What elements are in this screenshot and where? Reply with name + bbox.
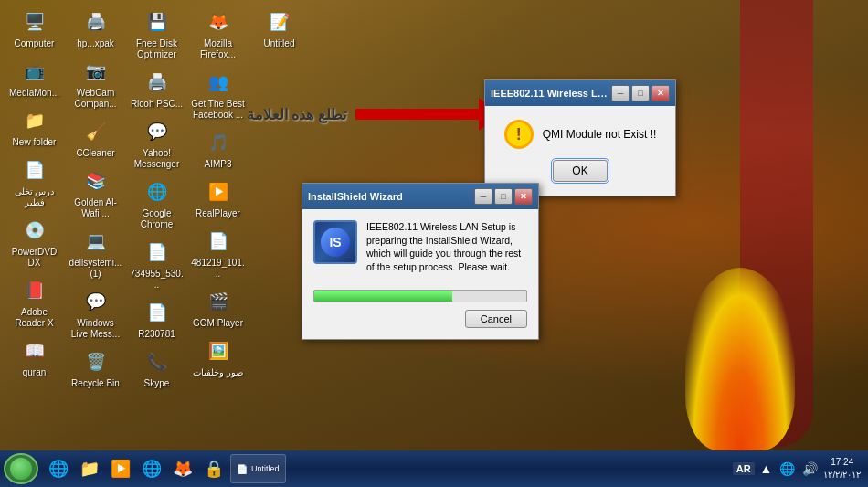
annotation-arrow: تطلع هذه العلامة bbox=[247, 101, 502, 128]
desktop-icon-new-folder[interactable]: 📁 New folder bbox=[5, 103, 64, 151]
arrow-right-icon bbox=[355, 101, 502, 128]
installshield-dialog[interactable]: InstallShield Wizard ─ □ ✕ IS IEEE802.11… bbox=[302, 183, 539, 340]
desktop-icon-webcam[interactable]: 📷 WebCam Compan... bbox=[66, 54, 125, 112]
warning-maximize-button[interactable]: □ bbox=[631, 85, 650, 101]
installshield-cancel-button[interactable]: Cancel bbox=[465, 310, 527, 328]
desktop-icon-mozilla[interactable]: 🦊 Mozilla Firefox... bbox=[188, 5, 248, 63]
desktop-icon-dellsystem[interactable]: 💻 dellsystemi... (1) bbox=[66, 224, 125, 282]
desktop-icon-ccleaner[interactable]: 🧹 CCleaner bbox=[66, 114, 125, 162]
warning-title-bar: IEEE802.11 Wireless LAN - InstallShield … bbox=[485, 80, 675, 106]
taskbar-wmp-icon[interactable]: ▶️ bbox=[106, 454, 135, 483]
installshield-progress-area: Cancel bbox=[302, 285, 538, 339]
installshield-content: IS IEEE802.11 Wireless LAN Setup is prep… bbox=[302, 209, 538, 285]
warning-minimize-button[interactable]: ─ bbox=[611, 85, 630, 101]
desktop-icon-mediamon[interactable]: 📺 MediaMon... bbox=[5, 54, 64, 101]
tray-expand-icon[interactable]: ▲ bbox=[758, 460, 775, 478]
warning-close-button[interactable]: ✕ bbox=[651, 85, 670, 101]
warning-title-buttons: ─ □ ✕ bbox=[611, 85, 670, 101]
desktop-icons: 🖥️ Computer 📺 MediaMon... 📁 New folder 📄… bbox=[5, 5, 187, 416]
desktop-icon-aimp3[interactable]: 🎵 AIMP3 bbox=[188, 125, 248, 173]
taskbar-open-item-label: Untitled bbox=[251, 464, 280, 473]
desktop-icon-windows-live[interactable]: 💬 Windows Live Mess... bbox=[66, 284, 125, 343]
desktop-icon-golden[interactable]: 📚 Golden Al-Wafi ... bbox=[66, 164, 125, 222]
warning-title-text: IEEE802.11 Wireless LAN - InstallShield … bbox=[491, 88, 611, 99]
installshield-title-bar: InstallShield Wizard ─ □ ✕ bbox=[302, 184, 538, 209]
desktop-icon-481219[interactable]: 📄 481219_101... bbox=[188, 224, 248, 282]
clock-date: ١٢/٢/٢٠١٢ bbox=[823, 469, 861, 482]
desktop-icon-ricoh[interactable]: 🖨️ Ricoh PSC... bbox=[127, 65, 186, 112]
cancel-button-row: Cancel bbox=[313, 310, 527, 328]
desktop-icon-arabic1[interactable]: 📄 درس تخلي فطير bbox=[5, 153, 64, 211]
tray-network-icon[interactable]: 🌐 bbox=[778, 460, 797, 478]
desktop-icon-quran[interactable]: 📖 quran bbox=[5, 333, 64, 381]
annotation-text: تطلع هذه العلامة bbox=[247, 106, 346, 123]
clock-time: 17:24 bbox=[823, 456, 861, 469]
taskbar-ie-icon[interactable]: 🌐 bbox=[44, 454, 73, 483]
desktop-icon-734955[interactable]: 📄 734955_530... bbox=[127, 235, 186, 293]
system-clock[interactable]: 17:24 ١٢/٢/٢٠١٢ bbox=[823, 456, 861, 482]
start-orb bbox=[10, 458, 32, 480]
desktop-icon-skype[interactable]: 📞 Skype bbox=[127, 344, 186, 392]
installshield-icon-inner: IS bbox=[321, 228, 350, 257]
desktop-icon-recycle[interactable]: 🗑️ Recycle Bin bbox=[66, 344, 125, 392]
taskbar-security-icon[interactable]: 🔒 bbox=[199, 454, 228, 483]
installshield-maximize-button[interactable]: □ bbox=[494, 188, 513, 205]
installshield-minimize-button[interactable]: ─ bbox=[474, 188, 492, 205]
desktop-icon-r230[interactable]: 📄 R230781 bbox=[127, 295, 186, 343]
progress-bar-container bbox=[313, 290, 527, 302]
taskbar-open-item-icon: 📄 bbox=[237, 464, 248, 474]
desktop-icon-untitled[interactable]: 📝 Untitled bbox=[249, 5, 309, 52]
system-tray: AR ▲ 🌐 🔊 17:24 ١٢/٢/٢٠١٢ bbox=[733, 456, 864, 482]
progress-bar-fill bbox=[314, 291, 452, 302]
desktop-icon-facebook[interactable]: 👥 Get The Best Facebook ... bbox=[188, 65, 248, 123]
desktop-icon-freedisk[interactable]: 💾 Fnee Disk Optimizer bbox=[127, 5, 186, 63]
tray-volume-icon[interactable]: 🔊 bbox=[800, 460, 820, 478]
taskbar-firefox-icon[interactable]: 🦊 bbox=[168, 454, 197, 483]
desktop-icon-yahoo[interactable]: 💬 Yahoo! Messenger bbox=[127, 114, 186, 173]
taskbar-chrome-icon[interactable]: 🌐 bbox=[137, 454, 166, 483]
desktop-icon-adobe[interactable]: 📕 Adobe Reader X bbox=[5, 273, 64, 332]
desktop-icon-gomplayer[interactable]: 🎬 GOM Player bbox=[188, 284, 248, 332]
installshield-icon: IS bbox=[313, 220, 357, 264]
warning-message-row: ! QMI Module not Exist !! bbox=[504, 120, 657, 149]
taskbar-explorer-icon[interactable]: 📁 bbox=[75, 454, 104, 483]
taskbar-apps: 🌐 📁 ▶️ 🌐 🦊 🔒 📄 Untitled bbox=[44, 454, 731, 483]
installshield-title-buttons: ─ □ ✕ bbox=[474, 188, 533, 205]
tray-language[interactable]: AR bbox=[733, 462, 755, 475]
warning-ok-button[interactable]: OK bbox=[553, 160, 607, 182]
desktop-icon-chrome[interactable]: 🌐 Google Chrome bbox=[127, 175, 186, 233]
desktop-icon-computer[interactable]: 🖥️ Computer bbox=[5, 5, 64, 52]
start-button[interactable] bbox=[4, 453, 38, 484]
taskbar: 🌐 📁 ▶️ 🌐 🦊 🔒 📄 Untitled AR ▲ 🌐 🔊 17:24 ١… bbox=[0, 450, 868, 487]
desktop-icon-photos[interactable]: 🖼️ صور وخلفيات bbox=[188, 333, 248, 381]
desktop-icon-powerdvd[interactable]: 💿 PowerDVD DX bbox=[5, 213, 64, 271]
desktop: 🖥️ Computer 📺 MediaMon... 📁 New folder 📄… bbox=[0, 0, 868, 487]
installshield-body-text: IEEE802.11 Wireless LAN Setup is prepari… bbox=[366, 220, 527, 274]
installshield-title-text: InstallShield Wizard bbox=[308, 191, 474, 202]
desktop-icon-hp[interactable]: 🖨️ hp...xpak bbox=[66, 5, 125, 52]
fire-effect bbox=[685, 268, 795, 450]
installshield-close-button[interactable]: ✕ bbox=[514, 188, 533, 205]
warning-dialog[interactable]: IEEE802.11 Wireless LAN - InstallShield … bbox=[484, 79, 676, 196]
desktop-icon-realplayer[interactable]: ▶️ RealPlayer bbox=[188, 175, 248, 222]
warning-message-text: QMI Module not Exist !! bbox=[543, 128, 657, 141]
taskbar-open-item[interactable]: 📄 Untitled bbox=[230, 454, 286, 483]
warning-icon: ! bbox=[504, 120, 534, 149]
